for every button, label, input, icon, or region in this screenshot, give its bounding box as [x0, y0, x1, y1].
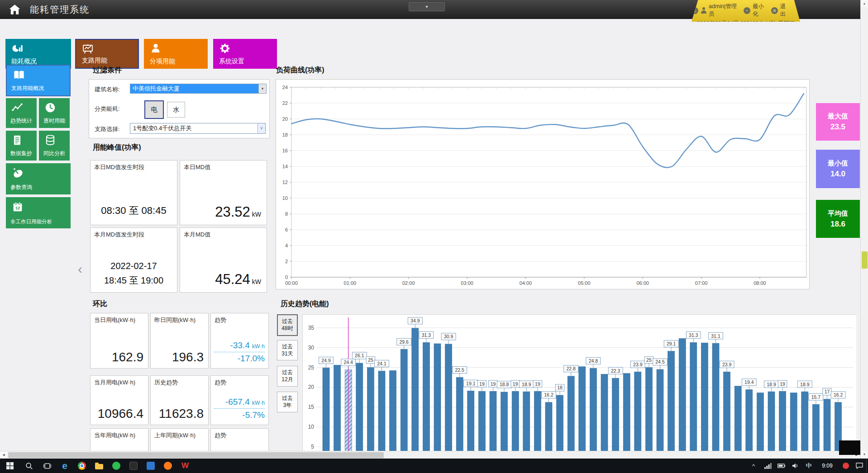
huanbi-card-trend-day: 趋势 -33.4 kW·h -17.0%	[210, 313, 269, 369]
stat-value: 18.6	[816, 220, 860, 229]
sidebar-item-label: 支路用能概况	[11, 85, 44, 92]
home-button[interactable]	[5, 2, 24, 17]
network-icon	[764, 463, 772, 469]
tray-app-button[interactable]	[839, 459, 853, 473]
svg-text:31.3: 31.3	[689, 332, 698, 338]
svg-text:06:00: 06:00	[636, 280, 649, 286]
sidebar-item-parameter-query[interactable]: 参数查询	[6, 163, 71, 194]
branch-select[interactable]: 1号配变0.4千伏总开关 ˅	[130, 123, 266, 134]
filter-panel-title: 过滤条件	[93, 66, 122, 75]
vertical-scrollbar[interactable]: ▲ ▼	[860, 0, 868, 459]
svg-text:15: 15	[308, 404, 315, 410]
horizontal-scrollbar[interactable]: ◀ ▶	[0, 451, 860, 459]
sidebar-item-nonworkday-analysis[interactable]: 12 非工作日用能分析	[6, 197, 71, 228]
building-select[interactable]: 中美信托金融大厦 ▾	[130, 84, 267, 94]
tab-label: 分项用能	[150, 57, 175, 66]
svg-text:18.9: 18.9	[522, 382, 531, 387]
card-label: 本月MD值发生时段	[94, 231, 144, 239]
chevron-down-icon[interactable]: ▾	[258, 84, 266, 93]
black-overlay-box	[839, 440, 861, 455]
taskbar-app-green-button[interactable]	[108, 459, 125, 473]
sidebar-item-hourly-energy[interactable]: 逐时用能	[39, 98, 70, 128]
sidebar-item-trend-stats[interactable]: 趋势统计	[6, 98, 37, 128]
tray-network-button[interactable]	[761, 459, 775, 473]
sidebar-item-data-collection[interactable]: 数据集抄	[6, 131, 37, 161]
tab-branch-energy[interactable]: 支路用能	[75, 39, 139, 69]
tab-system-settings[interactable]: 系统设置	[213, 39, 277, 69]
taskbar-app-blue-button[interactable]	[142, 459, 159, 473]
sidebar-item-yoy-analysis[interactable]: 同比分析	[39, 131, 70, 161]
card-label: 本日MD值发生时段	[94, 163, 144, 171]
svg-text:23.9: 23.9	[633, 362, 643, 367]
md-period-value: 08:30 至 08:45	[91, 204, 177, 218]
show-desktop-button[interactable]	[866, 459, 868, 473]
sidebar-item-branch-overview[interactable]: 支路用能概况	[6, 65, 71, 96]
header-collapse-button[interactable]: ▾	[409, 2, 445, 11]
task-view-button[interactable]	[38, 459, 56, 473]
start-button[interactable]	[0, 459, 20, 473]
taskbar-clock[interactable]: 9:09	[816, 459, 838, 473]
sidebar-item-label: 逐时用能	[43, 117, 65, 125]
scroll-down-icon[interactable]: ▼	[861, 451, 868, 458]
card-label: 本日MD值	[184, 163, 210, 171]
taskbar-app-orange-button[interactable]	[159, 459, 176, 473]
person-icon	[150, 43, 162, 54]
minimize-icon[interactable]: −	[744, 7, 750, 14]
card-label: 趋势	[215, 316, 226, 324]
svg-text:00:00: 00:00	[285, 280, 298, 286]
history-tab-3y[interactable]: 过去3年	[277, 392, 298, 412]
category-option-water[interactable]: 水	[167, 102, 185, 118]
building-label: 建筑名称:	[95, 85, 120, 94]
vertical-scroll-thumb[interactable]	[862, 251, 868, 269]
card-label: 当月用电(kW·h)	[94, 378, 135, 387]
taskbar-app-dark-button[interactable]	[125, 459, 142, 473]
taskbar-edge-button[interactable]: e	[56, 459, 73, 473]
taskbar-chrome-button[interactable]	[73, 459, 91, 473]
battery-icon	[777, 463, 786, 468]
taskbar-wps-button[interactable]: W	[176, 459, 194, 473]
tray-battery-button[interactable]	[775, 459, 788, 473]
close-icon[interactable]: ✕	[771, 7, 778, 14]
trend-divider	[214, 352, 265, 352]
card-label: 趋势	[215, 378, 226, 387]
svg-text:4: 4	[285, 243, 288, 248]
scroll-left-icon[interactable]: ◀	[0, 451, 7, 459]
taskbar-file-explorer-button[interactable]	[91, 459, 108, 473]
history-tab-48h[interactable]: 过去48时	[277, 314, 298, 336]
action-center-button[interactable]	[853, 459, 866, 473]
peak-card-today-value: 本日MD值 23.52kW	[180, 160, 267, 225]
svg-text:16: 16	[282, 148, 288, 153]
card-label: 历史趋势	[154, 378, 178, 387]
category-option-electricity[interactable]: 电	[144, 100, 164, 119]
sidebar-item-label: 参数查询	[10, 184, 32, 191]
history-tab-12m[interactable]: 过去12月	[277, 366, 298, 387]
branch-label: 支路选择:	[95, 125, 120, 133]
svg-text:18.8: 18.8	[500, 382, 509, 387]
history-chart-panel: 510152025303524.924.426.12524.129.634.93…	[302, 314, 856, 451]
history-tab-31d[interactable]: 过去31天	[277, 340, 298, 360]
logout-button[interactable]: 退出	[780, 3, 791, 18]
home-icon	[9, 4, 21, 15]
taskbar-search-button[interactable]	[20, 459, 38, 473]
svg-text:16.2: 16.2	[834, 392, 843, 397]
md-period-value: 18:45 至 19:00	[91, 274, 177, 287]
svg-text:05:00: 05:00	[578, 280, 591, 286]
database-icon	[44, 134, 56, 146]
tray-app-icon	[843, 463, 849, 469]
scroll-up-icon[interactable]: ▲	[861, 0, 868, 7]
tray-volume-button[interactable]	[788, 459, 802, 473]
horizontal-scroll-thumb[interactable]	[8, 452, 384, 458]
svg-text:19: 19	[491, 381, 496, 387]
info-icon[interactable]: i	[692, 7, 698, 14]
minimize-button[interactable]: 最小化	[753, 3, 769, 18]
tray-ime-button[interactable]: 中	[802, 459, 816, 473]
chevron-down-icon[interactable]: ˅	[258, 123, 265, 133]
tray-expand-button[interactable]: ^	[747, 459, 760, 473]
tab-subitem-energy[interactable]: 分项用能	[144, 39, 208, 69]
svg-text:24.1: 24.1	[377, 361, 386, 366]
peak-card-today-period: 本日MD值发生时段 08:30 至 08:45	[90, 160, 177, 225]
search-icon	[25, 462, 33, 470]
sidebar-collapse-arrow[interactable]: ‹	[78, 262, 82, 276]
svg-text:26.1: 26.1	[355, 353, 364, 358]
dark-app-icon	[129, 462, 138, 470]
